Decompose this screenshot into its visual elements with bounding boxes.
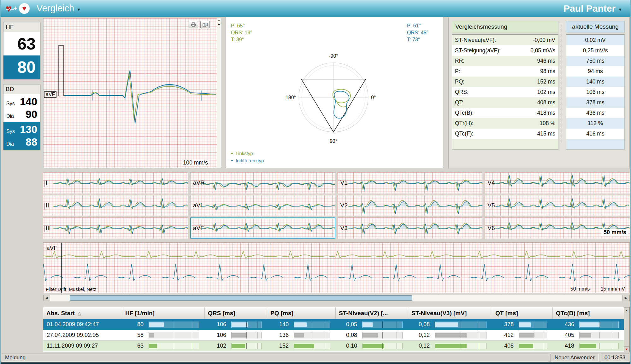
gauge-tick xyxy=(461,321,461,328)
lead-cell-avf[interactable]: aVF xyxy=(190,217,335,239)
scroll-up-button[interactable]: ▲ xyxy=(218,18,221,22)
gauge-tick xyxy=(479,332,479,338)
lead-cell-v4[interactable]: V4 xyxy=(485,172,630,194)
gauge-bar xyxy=(363,344,384,348)
comparison-row: ST-Niveau(aVF):-0,00 mV xyxy=(452,35,558,45)
scrollbar-thumb[interactable] xyxy=(70,295,412,301)
view-menu[interactable]: Vergleich ▼ xyxy=(37,3,81,14)
comparison-current-value: 378 ms xyxy=(586,99,604,106)
lead-trace-svg xyxy=(190,217,335,238)
timeline-scrollbar[interactable]: ◀ ▶ xyxy=(43,295,630,301)
legend-item-indifferenztyp: ●Indifferenztyp xyxy=(231,157,264,164)
axis-label-top: -90° xyxy=(329,53,338,59)
cell-value: 408 xyxy=(492,343,514,349)
gauge-bar xyxy=(435,322,458,327)
gauge-tick xyxy=(543,343,543,349)
lead-cell-i[interactable]: I xyxy=(43,172,188,194)
column-header-3[interactable]: PQ [ms] xyxy=(267,307,336,319)
column-header-7[interactable]: QTc(B) [ms] xyxy=(553,307,624,319)
gauge-bar xyxy=(519,322,531,327)
patient-menu[interactable]: Paul Panter ▼ xyxy=(563,3,622,14)
comparison-current-value: 436 ms xyxy=(586,110,604,116)
table-scrollbar[interactable]: ▲ ▼ xyxy=(624,307,629,352)
column-header-label: HF [1/min] xyxy=(125,310,155,317)
sort-ascending-icon: △ xyxy=(78,310,81,316)
rhythm-lead-label: aVF xyxy=(46,245,57,251)
bd-sys-row: Sys 130 xyxy=(3,123,40,136)
column-header-4[interactable]: ST-Niveau(V2) [... xyxy=(336,307,408,319)
gauge-bar xyxy=(149,333,154,338)
rhythm-gain: 15 mm/mV xyxy=(601,286,625,292)
bd-current-block: Sys 130 Dia 88 xyxy=(3,122,40,150)
lead-cell-avr[interactable]: aVR xyxy=(190,172,335,194)
print-button[interactable] xyxy=(189,21,198,28)
column-header-abs-start[interactable]: Abs. Start△ xyxy=(43,307,122,319)
gauge-bar xyxy=(519,333,534,338)
lead-trace-svg xyxy=(43,217,188,238)
value-gauge xyxy=(231,321,262,328)
gauge-tick xyxy=(397,321,397,328)
reference-qrs-angle: QRS: 19° xyxy=(231,29,252,36)
table-row[interactable]: 27.04.2009 09:02:05581061360,080,1241240… xyxy=(43,330,624,341)
cell-value: 0,08 xyxy=(336,332,357,338)
comparison-reference-value: -0,00 mV xyxy=(533,37,555,43)
scroll-down-button[interactable]: ▼ xyxy=(624,346,629,352)
scroll-left-button[interactable]: ◀ xyxy=(43,295,50,301)
value-gauge xyxy=(435,321,487,328)
lead-cell-v3[interactable]: V3 xyxy=(338,217,483,239)
gauge-tick xyxy=(192,332,192,338)
bd-dia-row: Dia 90 xyxy=(3,108,40,121)
row-date: 11.11.2009 09:09:27 xyxy=(43,341,122,351)
column-header-label: ST-Niveau(V2) [... xyxy=(339,310,388,317)
ecg-zoom-paper: aVF 100 mm/s xyxy=(43,18,217,168)
layout-button[interactable] xyxy=(200,21,210,28)
lead-cell-v5[interactable]: V5 xyxy=(485,195,630,216)
column-header-label: QRS [ms] xyxy=(208,310,235,317)
lead-cell-ii[interactable]: II xyxy=(43,195,188,216)
column-header-5[interactable]: ST-Niveau(V3) [mV] xyxy=(408,307,492,319)
scroll-right-button[interactable]: ▶ xyxy=(622,295,629,301)
lead-cell-avl[interactable]: aVL xyxy=(190,195,335,216)
gauge-bar xyxy=(363,333,378,338)
lead-label: V3 xyxy=(340,225,348,232)
zoom-scroll-strip[interactable]: ▲ ▶ xyxy=(217,18,221,168)
table-row[interactable]: 01.04.2009 09:42:47801061400,050,0837843… xyxy=(43,319,624,330)
column-header-1[interactable]: HF [1/min] xyxy=(122,307,205,319)
heart-icon: ♥ xyxy=(19,3,30,14)
gauge-tick xyxy=(461,343,461,349)
gauge-bar xyxy=(232,333,247,338)
row-qrs: 106 xyxy=(205,319,267,330)
bd-label: BD xyxy=(3,84,40,94)
lead-trace-svg xyxy=(338,172,482,193)
comparison-current-row: 416 ms xyxy=(566,129,624,139)
current-column: aktuelle Messung 0,02 mV0,25 mV/s750 ms9… xyxy=(566,21,625,150)
comparison-current-row: 750 ms xyxy=(566,56,624,66)
column-header-6[interactable]: QT [ms] xyxy=(492,307,553,319)
lead-cell-iii[interactable]: III xyxy=(43,217,188,239)
vitals-sidebar: HF 63 80 BD Sys 140 Dia 90 Sys 130 xyxy=(3,22,40,155)
measurements-table: Abs. Start△HF [1/min]QRS [ms]PQ [ms]ST-N… xyxy=(43,307,630,352)
gauge-tick xyxy=(599,343,599,349)
gauge-tick xyxy=(479,343,479,349)
lead-cell-v1[interactable]: V1 xyxy=(338,172,483,194)
cell-value: 152 xyxy=(267,343,289,349)
new-user-button[interactable]: Neuer Anwender xyxy=(551,354,599,362)
gauge-tick xyxy=(257,332,257,338)
cell-value: 0,12 xyxy=(408,332,430,338)
expand-button[interactable]: ▶ xyxy=(218,22,220,26)
twelve-lead-grid: IaVRV1V4IIaVLV2V5IIIaVFV3V6 xyxy=(43,172,630,239)
column-header-2[interactable]: QRS [ms] xyxy=(205,307,267,319)
lead-cell-v2[interactable]: V2 xyxy=(338,195,483,216)
heart-rate-panel: HF 63 80 xyxy=(3,22,40,79)
cell-value: 436 xyxy=(553,321,574,328)
scrollbar-track[interactable] xyxy=(50,295,622,301)
value-gauge xyxy=(362,321,403,328)
comparison-current-row: 378 ms xyxy=(566,97,624,108)
table-row[interactable]: 11.11.2009 09:09:27631021520,100,1240841… xyxy=(43,341,624,351)
sys-label: Sys xyxy=(6,129,15,134)
scroll-up-button[interactable]: ▲ xyxy=(624,307,629,313)
current-header: aktuelle Messung xyxy=(566,21,625,32)
lead-label: V1 xyxy=(340,179,348,186)
value-gauge xyxy=(435,332,487,338)
comparison-row: QTc(F):415 ms xyxy=(452,129,558,139)
